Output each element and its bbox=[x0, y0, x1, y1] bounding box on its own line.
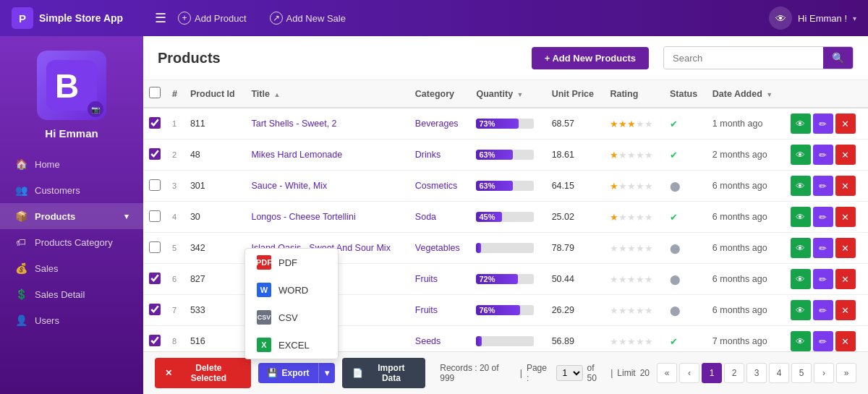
sidebar-user-section: B 📷 Hi Emman bbox=[0, 43, 143, 151]
row-rating-cell: ★★★★★ bbox=[604, 202, 664, 233]
sidebar-item-sales-detail[interactable]: 💲 Sales Detail bbox=[0, 281, 143, 307]
row-checkbox[interactable] bbox=[149, 335, 161, 346]
row-status-cell: ⬤ bbox=[664, 233, 707, 264]
csv-icon: CSV bbox=[257, 310, 271, 325]
edit-button[interactable]: ✏ bbox=[813, 176, 833, 196]
edit-button[interactable]: ✏ bbox=[813, 114, 833, 134]
row-actions: 👁 ✏ ✕ bbox=[791, 269, 862, 289]
export-arrow-button[interactable]: ▾ bbox=[318, 363, 335, 383]
title-sort-icon[interactable]: ▲ bbox=[273, 91, 280, 98]
delete-button[interactable]: ✕ bbox=[835, 238, 856, 258]
delete-button[interactable]: ✕ bbox=[835, 145, 856, 165]
row-qty-cell: 45% bbox=[470, 202, 545, 233]
brand-name: Simple Store App bbox=[39, 12, 123, 24]
row-qty-label: 72% bbox=[479, 274, 495, 284]
export-pdf-item[interactable]: PDF PDF bbox=[245, 249, 338, 276]
add-new-products-button[interactable]: + Add New Products bbox=[532, 47, 649, 69]
row-checkbox[interactable] bbox=[149, 210, 161, 222]
edit-button[interactable]: ✏ bbox=[813, 300, 833, 320]
add-new-sale-button[interactable]: ↗ Add New Sale bbox=[264, 9, 352, 27]
row-category[interactable]: Beverages bbox=[415, 119, 459, 129]
csv-label: CSV bbox=[278, 312, 298, 323]
pg-btn-3[interactable]: 3 bbox=[746, 363, 767, 383]
star-filled: ★ bbox=[610, 213, 618, 223]
row-title[interactable]: Longos - Cheese Tortellini bbox=[251, 212, 355, 222]
row-checkbox[interactable] bbox=[149, 148, 161, 160]
view-button[interactable]: 👁 bbox=[791, 238, 811, 258]
export-button[interactable]: 💾 Export bbox=[258, 363, 318, 383]
sidebar-item-products-category[interactable]: 🏷 Products Category bbox=[0, 229, 143, 255]
pg-next-button[interactable]: › bbox=[814, 363, 834, 383]
edit-button[interactable]: ✏ bbox=[813, 331, 833, 351]
row-category[interactable]: Cosmetics bbox=[415, 181, 457, 191]
delete-button[interactable]: ✕ bbox=[835, 114, 856, 134]
view-button[interactable]: 👁 bbox=[791, 114, 811, 134]
row-checkbox[interactable] bbox=[149, 241, 161, 253]
row-title[interactable]: Sauce - White, Mix bbox=[251, 181, 327, 191]
row-category[interactable]: Fruits bbox=[415, 305, 438, 315]
row-checkbox[interactable] bbox=[149, 179, 161, 191]
page-select[interactable]: 1 bbox=[556, 365, 583, 381]
delete-button[interactable]: ✕ bbox=[835, 207, 856, 227]
row-category[interactable]: Drinks bbox=[415, 150, 441, 160]
sidebar-item-home[interactable]: 🏠 Home bbox=[0, 151, 143, 177]
edit-button[interactable]: ✏ bbox=[813, 238, 833, 258]
customers-icon: 👥 bbox=[14, 184, 27, 196]
row-title[interactable]: Tart Shells - Sweet, 2 bbox=[251, 119, 336, 129]
user-dropdown-caret[interactable]: ▾ bbox=[853, 14, 856, 22]
hamburger-icon[interactable]: ☰ bbox=[155, 10, 166, 26]
row-qty-bar: 45% bbox=[476, 212, 534, 222]
import-data-button[interactable]: 📄 Import Data bbox=[342, 358, 426, 388]
table-row: 2 48 Mikes Hard Lemonade Drinks 63% 18.6… bbox=[143, 140, 868, 171]
pg-btn-4[interactable]: 4 bbox=[769, 363, 789, 383]
export-csv-item[interactable]: CSV CSV bbox=[245, 304, 338, 331]
pg-prev-button[interactable]: ‹ bbox=[679, 363, 699, 383]
sidebar-item-sales[interactable]: 💰 Sales bbox=[0, 255, 143, 281]
avatar-camera-button[interactable]: 📷 bbox=[88, 101, 103, 117]
delete-button[interactable]: ✕ bbox=[835, 331, 856, 351]
date-sort-icon[interactable]: ▼ bbox=[766, 91, 773, 98]
row-qty-cell: 76% bbox=[470, 295, 545, 326]
row-qty-label: 73% bbox=[479, 119, 495, 129]
select-all-checkbox[interactable] bbox=[149, 87, 161, 98]
add-product-button[interactable]: + Add Product bbox=[172, 9, 252, 27]
pg-btn-5[interactable]: 5 bbox=[791, 363, 812, 383]
pg-first-button[interactable]: « bbox=[657, 363, 677, 383]
delete-button[interactable]: ✕ bbox=[835, 176, 856, 196]
row-category[interactable]: Fruits bbox=[415, 274, 438, 284]
row-category[interactable]: Seeds bbox=[415, 336, 441, 346]
view-button[interactable]: 👁 bbox=[791, 331, 811, 351]
user-avatar-icon[interactable]: 👁 bbox=[769, 7, 792, 30]
row-title[interactable]: Mikes Hard Lemonade bbox=[251, 150, 342, 160]
search-button[interactable]: 🔍 bbox=[823, 47, 853, 69]
pg-btn-2[interactable]: 2 bbox=[724, 363, 744, 383]
sidebar-item-users[interactable]: 👤 Users bbox=[0, 307, 143, 333]
edit-button[interactable]: ✏ bbox=[813, 207, 833, 227]
edit-button[interactable]: ✏ bbox=[813, 269, 833, 289]
export-excel-item[interactable]: X EXCEL bbox=[245, 331, 338, 359]
row-category[interactable]: Soda bbox=[415, 212, 436, 222]
search-input[interactable] bbox=[664, 48, 823, 69]
row-checkbox[interactable] bbox=[149, 117, 161, 129]
view-button[interactable]: 👁 bbox=[791, 176, 811, 196]
edit-button[interactable]: ✏ bbox=[813, 145, 833, 165]
sidebar-item-customers[interactable]: 👥 Customers bbox=[0, 177, 143, 203]
view-button[interactable]: 👁 bbox=[791, 269, 811, 289]
export-word-item[interactable]: W WORD bbox=[245, 276, 338, 304]
qty-sort-icon[interactable]: ▼ bbox=[517, 91, 524, 98]
row-checkbox[interactable] bbox=[149, 273, 161, 284]
sidebar-item-products[interactable]: 📦 Products ▾ bbox=[0, 203, 143, 229]
delete-selected-button[interactable]: ✕ Delete Selected bbox=[155, 358, 251, 388]
view-button[interactable]: 👁 bbox=[791, 300, 811, 320]
row-checkbox[interactable] bbox=[149, 304, 161, 315]
view-button[interactable]: 👁 bbox=[791, 145, 811, 165]
delete-button[interactable]: ✕ bbox=[835, 300, 856, 320]
row-category[interactable]: Vegetables bbox=[415, 243, 460, 253]
pg-last-button[interactable]: » bbox=[836, 363, 856, 383]
row-qty-cell: 63% bbox=[470, 140, 545, 171]
view-button[interactable]: 👁 bbox=[791, 207, 811, 227]
pg-btn-1[interactable]: 1 bbox=[702, 363, 722, 383]
row-status-cell: ⬤ bbox=[664, 295, 707, 326]
star-empty: ★ bbox=[610, 275, 618, 285]
delete-button[interactable]: ✕ bbox=[835, 269, 856, 289]
